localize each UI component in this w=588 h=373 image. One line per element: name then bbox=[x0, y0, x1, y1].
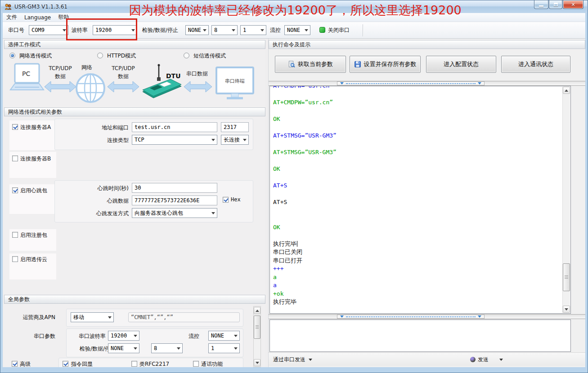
log-line bbox=[273, 157, 560, 165]
advanced-label[interactable]: 高级 bbox=[20, 360, 31, 367]
log-scrollbar-thumb[interactable] bbox=[563, 263, 570, 291]
window-title: USR-GM3 V1.1.3.61 bbox=[14, 4, 67, 10]
radio-httpd-mode[interactable] bbox=[97, 53, 103, 58]
conn-keep-select[interactable]: 长连接 bbox=[221, 135, 249, 145]
radio-httpd-label[interactable]: HTTPD模式 bbox=[107, 52, 136, 60]
close-button[interactable]: ✕ bbox=[563, 0, 584, 9]
log-line: 串口已打开 bbox=[273, 257, 560, 265]
save-params-button[interactable]: 设置并保存所有参数 bbox=[350, 56, 421, 73]
register-label[interactable]: 启用注册包 bbox=[20, 231, 47, 239]
scroll-up-button[interactable] bbox=[254, 307, 260, 314]
command-log-area[interactable]: AT+CMDPW=”usr.cn” AT+CMDPW=”usr.cn” OK A… bbox=[269, 86, 571, 314]
server-a-label[interactable]: 连接服务器A bbox=[20, 124, 51, 131]
log-splitter-top[interactable] bbox=[269, 81, 585, 86]
register-checkbox[interactable] bbox=[12, 232, 18, 238]
call-label[interactable]: 通话功能 bbox=[201, 360, 223, 367]
port-select[interactable]: COM9 bbox=[29, 25, 68, 35]
apn-input[interactable]: “CMNET”,“”,“” bbox=[128, 312, 240, 322]
hb-data-input[interactable]: 7777772E7573722E636E bbox=[132, 195, 217, 205]
radio-net-transparent-mode[interactable] bbox=[9, 53, 15, 58]
log-splitter-bottom[interactable] bbox=[269, 314, 585, 319]
splitter-collapse-icon bbox=[340, 315, 344, 318]
splitter-handle-bottom[interactable] bbox=[337, 315, 485, 319]
parity-select[interactable]: NONE bbox=[185, 25, 209, 35]
maximize-button[interactable] bbox=[549, 0, 562, 9]
conn-type-select[interactable]: TCP bbox=[132, 135, 217, 145]
hb-data-value: 7777772E7573722E636E bbox=[135, 197, 200, 204]
get-params-button[interactable]: 获取当前参数 bbox=[275, 56, 346, 73]
log-scroll-down-button[interactable] bbox=[563, 306, 570, 313]
serial-baud-select[interactable]: 19200 bbox=[108, 331, 139, 341]
send-via-dropdown-icon bbox=[309, 359, 312, 361]
global-params-scrollbar[interactable] bbox=[253, 306, 261, 367]
menu-file[interactable]: 文件 bbox=[3, 13, 21, 22]
hb-time-input[interactable]: 30 bbox=[132, 183, 217, 193]
heartbeat-checkbox[interactable] bbox=[12, 187, 18, 193]
send-button[interactable]: 发送 bbox=[470, 353, 503, 366]
radio-net-transparent-label[interactable]: 网络透传模式 bbox=[19, 52, 52, 60]
stopbits-select[interactable]: 1 bbox=[240, 25, 266, 35]
conn-type-label: 连接类型 bbox=[75, 137, 129, 144]
databits-select[interactable]: 8 bbox=[211, 25, 238, 35]
cloud-checkbox[interactable] bbox=[12, 256, 18, 262]
stopbits-value: 1 bbox=[243, 27, 246, 33]
enter-comm-button[interactable]: 进入通讯状态 bbox=[501, 56, 570, 73]
menu-language[interactable]: Language bbox=[21, 13, 54, 22]
server-b-label[interactable]: 连接服务器B bbox=[20, 155, 51, 163]
server-a-checkbox[interactable] bbox=[12, 124, 18, 130]
log-line: AT+STMSG=”USR-GM3” bbox=[273, 132, 560, 140]
scroll-down-button[interactable] bbox=[254, 359, 260, 366]
cloud-label[interactable]: 启用透传云 bbox=[20, 256, 47, 263]
flow-select[interactable]: NONE bbox=[284, 25, 310, 35]
annotation-highlight-box bbox=[66, 18, 137, 40]
minimize-button[interactable] bbox=[534, 0, 548, 9]
log-line bbox=[273, 90, 560, 99]
log-scroll-up-button[interactable] bbox=[563, 87, 570, 94]
serial-flow-select[interactable]: NONE bbox=[208, 331, 240, 341]
rfc2217-checkbox[interactable] bbox=[131, 361, 137, 367]
hb-mode-select[interactable]: 向服务器发送心跳包 bbox=[132, 208, 217, 218]
hex-checkbox[interactable] bbox=[223, 197, 229, 203]
splitter-handle-top[interactable] bbox=[337, 81, 485, 85]
scroll-down-icon bbox=[256, 362, 259, 364]
parity-data-stop-label: 检验/数据/停止 bbox=[142, 22, 178, 39]
log-line bbox=[273, 173, 560, 182]
log-line bbox=[273, 231, 560, 240]
minimize-icon bbox=[539, 5, 543, 7]
log-line bbox=[273, 140, 560, 149]
send-via-serial-button[interactable]: 通过串口发送 bbox=[273, 353, 312, 366]
serial-baud-label: 串口波特率 bbox=[72, 333, 106, 340]
carrier-value: 移动 bbox=[73, 314, 84, 321]
send-textarea[interactable] bbox=[269, 320, 571, 352]
serial-databits-select[interactable]: 8 bbox=[151, 343, 183, 353]
rfc2217-label[interactable]: 类RFC2217 bbox=[139, 360, 169, 367]
client-area: 选择工作模式 网络透传模式 HTTPD模式 短信透传模式 PC TCP/UDP … bbox=[3, 39, 585, 367]
close-port-button[interactable]: 关闭串口 bbox=[328, 22, 350, 39]
log-scrollbar[interactable] bbox=[562, 87, 570, 313]
heartbeat-label[interactable]: 启用心跳包 bbox=[20, 187, 47, 195]
serial-stopbits-select[interactable]: 1 bbox=[208, 343, 240, 353]
log-line: 串口已关闭 bbox=[273, 248, 560, 257]
enter-config-button[interactable]: 进入配置状态 bbox=[426, 56, 496, 73]
radio-sms-label[interactable]: 短信透传模式 bbox=[193, 52, 226, 60]
radio-sms-mode[interactable] bbox=[184, 53, 189, 58]
server-port-input[interactable]: 2317 bbox=[221, 122, 249, 132]
hex-label[interactable]: Hex bbox=[231, 196, 241, 203]
enter-config-label: 进入配置状态 bbox=[444, 60, 479, 68]
log-line bbox=[273, 190, 560, 199]
echo-checkbox[interactable] bbox=[63, 361, 68, 367]
server-b-checkbox[interactable] bbox=[12, 155, 18, 161]
carrier-select[interactable]: 移动 bbox=[71, 312, 114, 322]
scrollbar-thumb[interactable] bbox=[254, 315, 260, 339]
call-checkbox[interactable] bbox=[193, 361, 199, 367]
net-params-header-label: 网络透传模式相关参数 bbox=[8, 108, 62, 116]
log-line: OK bbox=[273, 165, 560, 173]
advanced-checkbox[interactable] bbox=[12, 361, 18, 367]
command-panel-header: 执行命令及提示 bbox=[269, 40, 585, 49]
echo-label[interactable]: 指令回显 bbox=[71, 360, 93, 367]
work-mode-header: 选择工作模式 bbox=[4, 40, 265, 49]
serial-parity-select[interactable]: NONE bbox=[108, 343, 139, 353]
get-params-label: 获取当前参数 bbox=[298, 60, 333, 68]
command-panel: 执行命令及提示 获取当前参数 设置并保存所有参数 bbox=[268, 39, 585, 367]
server-address-input[interactable]: test.usr.cn bbox=[132, 122, 217, 132]
